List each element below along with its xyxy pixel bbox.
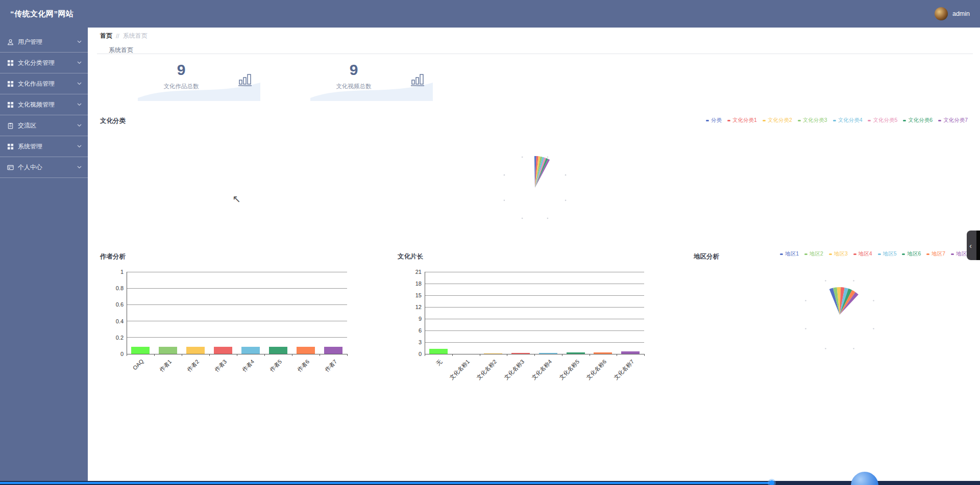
x-axis-category-label: 作者6 — [275, 358, 311, 394]
assistant-ball[interactable] — [851, 472, 878, 485]
chevron-down-icon — [77, 124, 82, 127]
legend-item[interactable]: 地区4 — [853, 250, 872, 258]
legend-item[interactable]: 文化分类7 — [938, 117, 968, 124]
y-axis-tick-label: 3 — [401, 339, 422, 345]
drawer-toggle[interactable]: ‹ — [967, 231, 980, 260]
legend-item[interactable]: 文化分类5 — [868, 117, 897, 124]
gridline — [425, 307, 644, 308]
collapse-drawer-icon: ‹ — [969, 241, 972, 250]
bar — [269, 347, 287, 354]
gridline — [425, 295, 644, 296]
y-axis-tick-label: 18 — [401, 280, 422, 287]
legend-item[interactable]: 文化分类6 — [903, 117, 933, 124]
polar-tick-dot — [547, 218, 549, 219]
x-axis-tick — [292, 354, 292, 356]
x-axis-tick — [425, 354, 425, 356]
app-title: “传统文化网”网站 — [10, 9, 74, 19]
y-axis-tick-label: 0.2 — [103, 335, 124, 341]
x-axis-category-label: 作者5 — [247, 358, 283, 394]
x-axis-tick — [562, 354, 562, 356]
legend-item[interactable]: 地区6 — [902, 250, 921, 258]
progress-line — [0, 482, 771, 484]
idcard-icon — [7, 164, 14, 171]
legend-marker — [706, 120, 709, 121]
bar-chart-icon — [409, 71, 426, 88]
legend-label: 文化分类1 — [732, 117, 757, 124]
polar-tick-dot — [805, 300, 806, 301]
sidebar-item-system[interactable]: 系统管理 — [0, 136, 88, 157]
breadcrumb-home[interactable]: 首页 — [100, 32, 112, 40]
y-axis-tick-label: 0.4 — [103, 318, 124, 324]
legend-item[interactable]: 地区2 — [804, 250, 823, 258]
sidebar-item-profile[interactable]: 个人中心 — [0, 157, 88, 178]
sidebar: 用户管理 文化分类管理 文化作品管理 文化视频管理 交流区 系统管理 个人中心 — [0, 28, 88, 485]
legend-item[interactable]: 地区1 — [780, 250, 799, 258]
polar-tick-dot — [565, 174, 567, 176]
grid-icon — [7, 101, 14, 108]
polar-tick-dot — [873, 328, 874, 329]
stat-label: 文化视频总数 — [310, 83, 397, 90]
sidebar-item-label: 用户管理 — [18, 38, 42, 46]
legend-marker — [833, 120, 836, 121]
pie-chart-culture-category — [484, 137, 586, 239]
bar — [429, 349, 448, 354]
username: admin — [952, 10, 970, 17]
legend-item[interactable]: 文化分类2 — [763, 117, 792, 124]
x-axis-tick — [127, 354, 127, 356]
legend-region: 地区1地区2地区3地区4地区5地区6地区7地区8 — [780, 250, 970, 258]
legend-marker — [902, 253, 905, 255]
legend-label: 文化分类5 — [873, 117, 897, 124]
avatar[interactable] — [935, 7, 948, 20]
polar-tick-dot — [825, 280, 826, 282]
bar — [297, 347, 315, 354]
y-axis-tick-label: 0.8 — [103, 285, 124, 291]
chevron-down-icon — [77, 166, 82, 169]
breadcrumb-current: 系统首页 — [123, 32, 148, 40]
polar-tick-dot — [873, 300, 874, 301]
sidebar-item-culture-videos[interactable]: 文化视频管理 — [0, 94, 88, 115]
pie-chart-region — [789, 264, 891, 366]
x-axis-category-label: 无 — [407, 358, 444, 394]
legend-label: 分类 — [711, 117, 722, 124]
legend-item[interactable]: 地区5 — [878, 250, 897, 258]
section-title-author: 作者分析 — [100, 252, 126, 261]
x-axis-tick — [347, 354, 348, 356]
legend-item[interactable]: 地区7 — [926, 250, 945, 258]
x-axis-category-label: 文化名称3 — [489, 358, 526, 394]
polar-tick-dot — [853, 280, 854, 282]
polar-tick-dot — [504, 200, 505, 201]
stat-label: 文化作品总数 — [138, 83, 225, 90]
legend-item[interactable]: 地区3 — [829, 250, 848, 258]
x-axis-tick — [590, 354, 590, 356]
legend-label: 地区1 — [785, 250, 799, 258]
x-axis-category-label: 文化名称6 — [572, 358, 608, 394]
legend-item[interactable]: 分类 — [706, 117, 722, 124]
y-axis-tick-label: 15 — [401, 292, 422, 298]
gridline — [127, 288, 347, 289]
legend-label: 地区3 — [834, 250, 848, 258]
topbar-user[interactable]: admin — [935, 7, 970, 20]
legend-marker — [804, 253, 807, 255]
x-axis-tick — [534, 354, 535, 356]
legend-item[interactable]: 文化分类3 — [798, 117, 827, 124]
sidebar-item-users[interactable]: 用户管理 — [0, 32, 88, 53]
x-axis-category-label: 文化名称5 — [545, 358, 581, 394]
polar-tick-dot — [805, 328, 806, 329]
x-axis-tick — [320, 354, 320, 356]
legend-item[interactable]: 文化分类1 — [727, 117, 757, 124]
legend-item[interactable]: 文化分类4 — [833, 117, 863, 124]
gridline — [425, 319, 644, 319]
legend-marker — [853, 253, 856, 255]
sidebar-item-culture-category[interactable]: 文化分类管理 — [0, 53, 88, 73]
legend-label: 文化分类3 — [803, 117, 827, 124]
legend-marker — [878, 253, 881, 255]
y-axis-tick-label: 0.6 — [103, 301, 124, 308]
bar — [159, 347, 177, 354]
section-title-region: 地区分析 — [694, 252, 719, 261]
chevron-down-icon — [77, 82, 82, 85]
stat-card-videos: 9 文化视频总数 — [310, 60, 433, 101]
bar — [131, 347, 150, 354]
legend-label: 地区7 — [932, 250, 945, 258]
sidebar-item-forum[interactable]: 交流区 — [0, 115, 88, 136]
sidebar-item-culture-works[interactable]: 文化作品管理 — [0, 73, 88, 94]
